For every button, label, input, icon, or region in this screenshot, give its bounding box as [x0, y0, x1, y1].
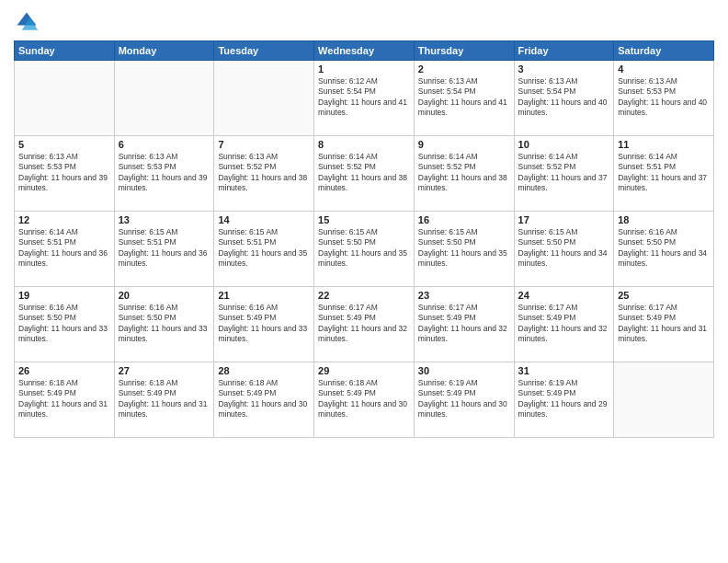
weekday-header-friday: Friday — [514, 41, 614, 61]
week-row-4: 26Sunrise: 6:18 AM Sunset: 5:49 PM Dayli… — [15, 362, 714, 438]
calendar-cell: 16Sunrise: 6:15 AM Sunset: 5:50 PM Dayli… — [414, 212, 514, 287]
day-number: 13 — [119, 214, 210, 225]
day-number: 28 — [218, 365, 310, 376]
calendar-cell: 9Sunrise: 6:14 AM Sunset: 5:52 PM Daylig… — [414, 136, 514, 212]
day-number: 21 — [218, 290, 310, 301]
calendar-cell: 12Sunrise: 6:14 AM Sunset: 5:51 PM Dayli… — [15, 212, 115, 287]
day-number: 4 — [618, 63, 710, 75]
calendar-cell: 24Sunrise: 6:17 AM Sunset: 5:49 PM Dayli… — [514, 287, 614, 362]
day-info: Sunrise: 6:15 AM Sunset: 5:50 PM Dayligh… — [418, 227, 510, 270]
day-info: Sunrise: 6:14 AM Sunset: 5:52 PM Dayligh… — [318, 152, 410, 194]
calendar-cell: 23Sunrise: 6:17 AM Sunset: 5:49 PM Dayli… — [414, 287, 514, 362]
calendar-cell: 10Sunrise: 6:14 AM Sunset: 5:52 PM Dayli… — [514, 136, 614, 212]
day-number: 29 — [318, 365, 410, 376]
day-number: 15 — [318, 214, 410, 225]
weekday-header-saturday: Saturday — [614, 41, 714, 61]
weekday-header-thursday: Thursday — [414, 41, 514, 61]
day-info: Sunrise: 6:13 AM Sunset: 5:53 PM Dayligh… — [618, 76, 710, 119]
calendar-cell: 11Sunrise: 6:14 AM Sunset: 5:51 PM Dayli… — [614, 136, 714, 212]
day-info: Sunrise: 6:18 AM Sunset: 5:49 PM Dayligh… — [218, 378, 310, 420]
calendar-cell: 27Sunrise: 6:18 AM Sunset: 5:49 PM Dayli… — [114, 362, 214, 438]
day-info: Sunrise: 6:17 AM Sunset: 5:49 PM Dayligh… — [418, 303, 510, 345]
day-info: Sunrise: 6:13 AM Sunset: 5:54 PM Dayligh… — [518, 76, 610, 119]
calendar-cell: 14Sunrise: 6:15 AM Sunset: 5:51 PM Dayli… — [214, 212, 314, 287]
day-number: 12 — [18, 214, 110, 225]
day-number: 8 — [318, 139, 410, 150]
day-info: Sunrise: 6:13 AM Sunset: 5:52 PM Dayligh… — [218, 152, 310, 194]
calendar-cell — [614, 362, 714, 438]
day-number: 17 — [518, 214, 610, 225]
day-number: 24 — [518, 290, 610, 301]
day-number: 2 — [418, 63, 510, 75]
day-info: Sunrise: 6:14 AM Sunset: 5:51 PM Dayligh… — [18, 227, 110, 270]
calendar-cell: 30Sunrise: 6:19 AM Sunset: 5:49 PM Dayli… — [414, 362, 514, 438]
day-info: Sunrise: 6:15 AM Sunset: 5:51 PM Dayligh… — [119, 227, 210, 270]
day-number: 22 — [318, 290, 410, 301]
calendar-cell: 5Sunrise: 6:13 AM Sunset: 5:53 PM Daylig… — [15, 136, 115, 212]
page: SundayMondayTuesdayWednesdayThursdayFrid… — [0, 0, 728, 563]
day-number: 19 — [18, 290, 110, 301]
calendar-cell: 13Sunrise: 6:15 AM Sunset: 5:51 PM Dayli… — [114, 212, 214, 287]
calendar-cell — [114, 61, 214, 136]
day-info: Sunrise: 6:16 AM Sunset: 5:50 PM Dayligh… — [618, 227, 710, 270]
day-number: 25 — [618, 290, 710, 301]
calendar-cell: 7Sunrise: 6:13 AM Sunset: 5:52 PM Daylig… — [214, 136, 314, 212]
day-number: 14 — [218, 214, 310, 225]
day-info: Sunrise: 6:14 AM Sunset: 5:52 PM Dayligh… — [418, 152, 510, 194]
week-row-3: 19Sunrise: 6:16 AM Sunset: 5:50 PM Dayli… — [15, 287, 714, 362]
calendar-cell: 29Sunrise: 6:18 AM Sunset: 5:49 PM Dayli… — [314, 362, 415, 438]
day-info: Sunrise: 6:19 AM Sunset: 5:49 PM Dayligh… — [518, 378, 610, 420]
weekday-header-tuesday: Tuesday — [214, 41, 314, 61]
calendar-cell: 3Sunrise: 6:13 AM Sunset: 5:54 PM Daylig… — [514, 61, 614, 136]
calendar-cell: 25Sunrise: 6:17 AM Sunset: 5:49 PM Dayli… — [614, 287, 714, 362]
calendar-cell — [214, 61, 314, 136]
day-number: 5 — [18, 139, 110, 150]
day-info: Sunrise: 6:12 AM Sunset: 5:54 PM Dayligh… — [318, 76, 410, 119]
day-number: 1 — [318, 63, 410, 75]
week-row-2: 12Sunrise: 6:14 AM Sunset: 5:51 PM Dayli… — [15, 212, 714, 287]
day-info: Sunrise: 6:13 AM Sunset: 5:54 PM Dayligh… — [418, 76, 510, 119]
day-number: 30 — [418, 365, 510, 376]
calendar-cell: 17Sunrise: 6:15 AM Sunset: 5:50 PM Dayli… — [514, 212, 614, 287]
day-info: Sunrise: 6:15 AM Sunset: 5:51 PM Dayligh… — [218, 227, 310, 270]
day-info: Sunrise: 6:13 AM Sunset: 5:53 PM Dayligh… — [119, 152, 210, 194]
calendar-cell: 19Sunrise: 6:16 AM Sunset: 5:50 PM Dayli… — [15, 287, 115, 362]
calendar-cell: 20Sunrise: 6:16 AM Sunset: 5:50 PM Dayli… — [114, 287, 214, 362]
day-number: 10 — [518, 139, 610, 150]
calendar-cell: 22Sunrise: 6:17 AM Sunset: 5:49 PM Dayli… — [314, 287, 415, 362]
calendar-cell: 1Sunrise: 6:12 AM Sunset: 5:54 PM Daylig… — [314, 61, 415, 136]
day-info: Sunrise: 6:17 AM Sunset: 5:49 PM Dayligh… — [618, 303, 710, 345]
day-number: 26 — [18, 365, 110, 376]
weekday-header-row: SundayMondayTuesdayWednesdayThursdayFrid… — [15, 41, 714, 61]
day-info: Sunrise: 6:16 AM Sunset: 5:50 PM Dayligh… — [119, 303, 210, 345]
header — [14, 9, 714, 35]
calendar-cell: 15Sunrise: 6:15 AM Sunset: 5:50 PM Dayli… — [314, 212, 415, 287]
day-info: Sunrise: 6:18 AM Sunset: 5:49 PM Dayligh… — [119, 378, 210, 420]
week-row-1: 5Sunrise: 6:13 AM Sunset: 5:53 PM Daylig… — [15, 136, 714, 212]
day-number: 9 — [418, 139, 510, 150]
day-number: 20 — [119, 290, 210, 301]
day-number: 3 — [518, 63, 610, 75]
day-info: Sunrise: 6:18 AM Sunset: 5:49 PM Dayligh… — [318, 378, 410, 420]
day-number: 31 — [518, 365, 610, 376]
day-info: Sunrise: 6:18 AM Sunset: 5:49 PM Dayligh… — [18, 378, 110, 420]
day-info: Sunrise: 6:14 AM Sunset: 5:51 PM Dayligh… — [618, 152, 710, 194]
day-info: Sunrise: 6:17 AM Sunset: 5:49 PM Dayligh… — [518, 303, 610, 345]
weekday-header-sunday: Sunday — [15, 41, 115, 61]
calendar-cell: 28Sunrise: 6:18 AM Sunset: 5:49 PM Dayli… — [214, 362, 314, 438]
day-number: 6 — [119, 139, 210, 150]
day-info: Sunrise: 6:13 AM Sunset: 5:53 PM Dayligh… — [18, 152, 110, 194]
weekday-header-wednesday: Wednesday — [314, 41, 415, 61]
day-info: Sunrise: 6:16 AM Sunset: 5:49 PM Dayligh… — [218, 303, 310, 345]
day-info: Sunrise: 6:19 AM Sunset: 5:49 PM Dayligh… — [418, 378, 510, 420]
logo — [14, 9, 43, 35]
day-info: Sunrise: 6:15 AM Sunset: 5:50 PM Dayligh… — [518, 227, 610, 270]
day-info: Sunrise: 6:16 AM Sunset: 5:50 PM Dayligh… — [18, 303, 110, 345]
calendar-cell — [15, 61, 115, 136]
calendar-cell: 6Sunrise: 6:13 AM Sunset: 5:53 PM Daylig… — [114, 136, 214, 212]
calendar-cell: 31Sunrise: 6:19 AM Sunset: 5:49 PM Dayli… — [514, 362, 614, 438]
day-info: Sunrise: 6:15 AM Sunset: 5:50 PM Dayligh… — [318, 227, 410, 270]
day-number: 16 — [418, 214, 510, 225]
day-number: 27 — [119, 365, 210, 376]
calendar-cell: 21Sunrise: 6:16 AM Sunset: 5:49 PM Dayli… — [214, 287, 314, 362]
